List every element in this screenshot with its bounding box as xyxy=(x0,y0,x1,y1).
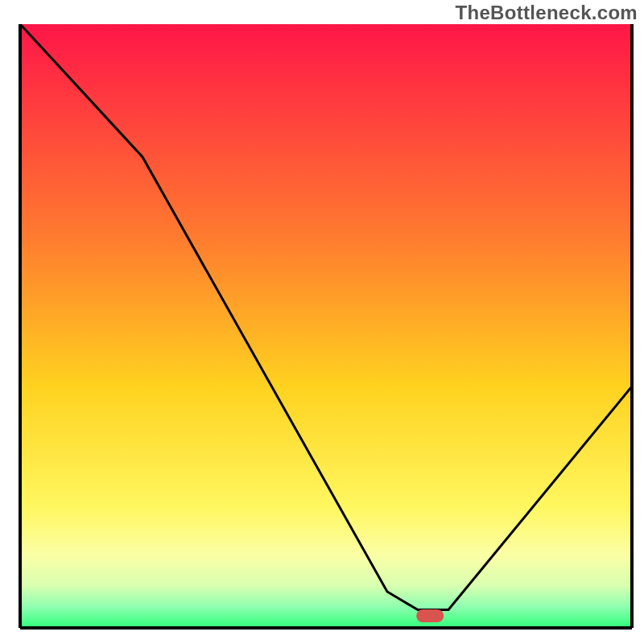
gradient-background xyxy=(20,24,632,628)
optimal-marker xyxy=(416,609,444,622)
chart-svg xyxy=(0,0,644,644)
chart-container: TheBottleneck.com xyxy=(0,0,644,644)
watermark-label: TheBottleneck.com xyxy=(456,2,638,24)
plot-area xyxy=(20,24,632,628)
